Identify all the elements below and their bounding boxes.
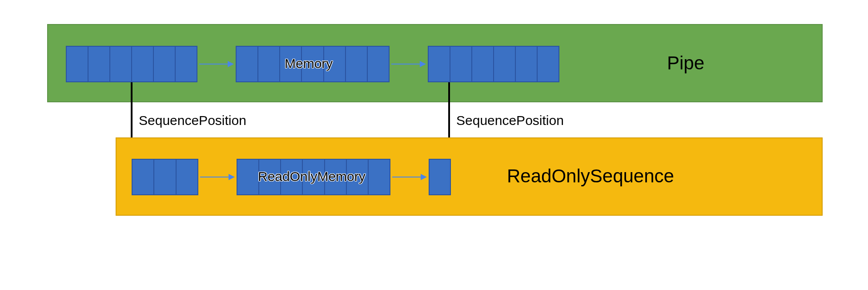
pipe-memory-block-1	[66, 46, 197, 82]
memory-cell	[515, 47, 537, 81]
memory-cell	[429, 47, 450, 81]
memory-cell	[133, 160, 153, 194]
memory-cell	[279, 47, 301, 81]
memory-cell	[109, 47, 131, 81]
pipe-title: Pipe	[667, 52, 704, 74]
sequence-position-label-left: SequencePosition	[139, 113, 246, 128]
memory-cell	[345, 47, 367, 81]
memory-cell	[131, 47, 153, 81]
memory-cell	[430, 160, 450, 194]
memory-cell	[450, 47, 471, 81]
memory-cell	[346, 160, 368, 194]
memory-cell	[153, 47, 175, 81]
readonlysequence-block-3	[429, 159, 451, 195]
memory-cell	[537, 47, 559, 81]
memory-cell	[301, 47, 323, 81]
memory-cell	[493, 47, 515, 81]
memory-cell	[237, 160, 258, 194]
readonlysequence-block-2	[237, 159, 390, 195]
memory-cell	[258, 160, 280, 194]
memory-cell	[237, 47, 257, 81]
memory-cell	[367, 47, 389, 81]
memory-cell	[176, 160, 197, 194]
pipe-memory-block-2	[236, 46, 390, 82]
memory-cell	[67, 47, 88, 81]
sequence-position-label-right: SequencePosition	[456, 113, 564, 128]
pipe-memory-block-3	[428, 46, 559, 82]
memory-cell	[368, 160, 390, 194]
memory-cell	[88, 47, 109, 81]
memory-cell	[323, 47, 345, 81]
memory-cell	[324, 160, 346, 194]
memory-cell	[280, 160, 302, 194]
readonlysequence-block-1	[132, 159, 198, 195]
memory-cell	[302, 160, 324, 194]
memory-cell	[257, 47, 279, 81]
memory-cell	[153, 160, 175, 194]
readonlysequence-title: ReadOnlySequence	[507, 165, 674, 187]
memory-cell	[175, 47, 197, 81]
memory-cell	[471, 47, 493, 81]
